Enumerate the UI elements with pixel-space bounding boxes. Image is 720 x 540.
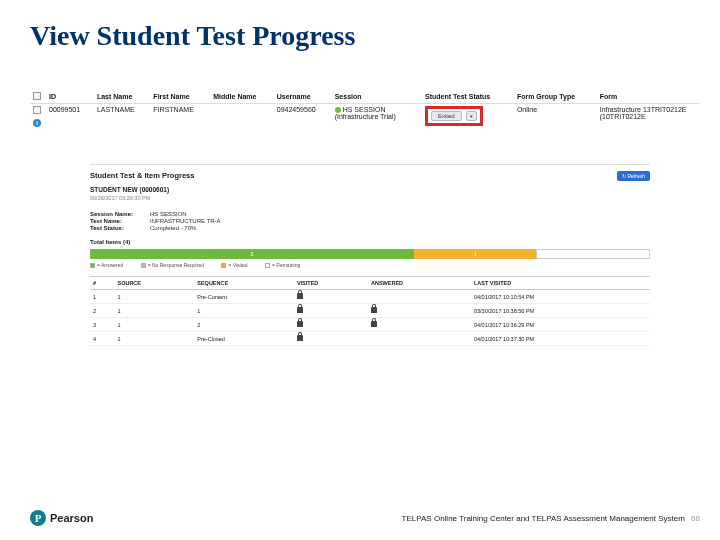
lock-icon <box>297 321 303 327</box>
pearson-logo-icon: P <box>30 510 46 526</box>
page-number: 68 <box>691 514 700 523</box>
itemcol-source: SOURCE <box>114 277 194 290</box>
refresh-button-label: Refresh <box>627 173 645 179</box>
item-n: 1 <box>90 290 114 304</box>
col-student-test-status: Student Test Status <box>422 90 514 104</box>
item-row: 21103/30/2017 10:38:56 PM <box>90 304 650 318</box>
item-answered <box>368 318 471 332</box>
col-form: Form <box>597 90 700 104</box>
item-visited <box>294 318 368 332</box>
session-name-key: Session Name: <box>90 211 150 217</box>
cell-session: HS SESSION (Infrastructure Trial) <box>332 104 422 130</box>
itemcol-num: # <box>90 277 114 290</box>
col-middle-name: Middle Name <box>210 90 273 104</box>
col-id: ID <box>46 90 94 104</box>
cell-session-text: HS SESSION (Infrastructure Trial) <box>335 106 396 120</box>
select-all-checkbox[interactable] <box>33 92 41 100</box>
item-row: 11Pre-Content04/01/2017 10:10:54 PM <box>90 290 650 304</box>
lock-icon <box>371 307 377 313</box>
status-badge[interactable]: Exited <box>431 111 462 121</box>
items-heading: Total Items (4) <box>90 239 650 245</box>
student-grid: ID Last Name First Name Middle Name User… <box>30 90 700 129</box>
col-first-name: First Name <box>150 90 210 104</box>
test-status-key: Test Status: <box>90 225 150 231</box>
cell-id: 00099501 <box>46 104 94 130</box>
legend-visited: = Visited <box>228 262 247 268</box>
item-sequence: 2 <box>194 318 294 332</box>
item-visited <box>294 290 368 304</box>
cell-middle-name <box>210 104 273 130</box>
col-session: Session <box>332 90 422 104</box>
content-area: ID Last Name First Name Middle Name User… <box>30 90 700 346</box>
cell-last-name: LASTNAME <box>94 104 150 130</box>
legend-remaining-icon <box>265 263 270 268</box>
session-name-value: HS SESSION <box>150 211 187 217</box>
itemcol-last-visited: LAST VISITED <box>471 277 650 290</box>
status-highlight-box: Exited ▾ <box>425 106 483 126</box>
item-n: 3 <box>90 318 114 332</box>
item-visited <box>294 304 368 318</box>
progress-bar: 3 1 <box>90 249 650 259</box>
itemcol-answered: ANSWERED <box>368 277 471 290</box>
cell-status: Exited ▾ <box>422 104 514 130</box>
legend-visited-icon <box>221 263 226 268</box>
item-answered <box>368 332 471 346</box>
itemcol-visited: VISITED <box>294 277 368 290</box>
pearson-logo: P Pearson <box>30 510 93 526</box>
progress-answered-segment: 3 <box>90 249 414 259</box>
legend-no-response: = No Response Required <box>148 262 204 268</box>
detail-fields: Session Name: HS SESSION Test Name: INFR… <box>90 211 650 231</box>
info-icon[interactable]: i <box>33 119 41 127</box>
detail-panel-title: Student Test & Item Progress <box>90 171 194 180</box>
detail-timestamp: 06/26/2017 03:29:30 PM <box>90 195 194 201</box>
legend-no-response-icon <box>141 263 146 268</box>
item-n: 2 <box>90 304 114 318</box>
test-name-value: INFRASTRUCTURE TR-A <box>150 218 221 224</box>
item-sequence: 1 <box>194 304 294 318</box>
item-last-visited: 04/01/2017 10:37:30 PM <box>471 332 650 346</box>
item-answered <box>368 290 471 304</box>
page-title: View Student Test Progress <box>0 0 720 52</box>
item-answered <box>368 304 471 318</box>
detail-panel: Student Test & Item Progress STUDENT NEW… <box>90 164 650 346</box>
grid-header-row: ID Last Name First Name Middle Name User… <box>30 90 700 104</box>
progress-legend: = Answered = No Response Required = Visi… <box>90 262 650 268</box>
row-checkbox[interactable] <box>33 106 41 114</box>
status-dropdown-toggle[interactable]: ▾ <box>466 111 477 121</box>
item-last-visited: 04/01/2017 10:36:29 PM <box>471 318 650 332</box>
item-source: 1 <box>114 332 194 346</box>
item-last-visited: 03/30/2017 10:38:56 PM <box>471 304 650 318</box>
legend-remaining: = Remaining <box>272 262 300 268</box>
lock-icon <box>297 335 303 341</box>
legend-answered-icon <box>90 263 95 268</box>
pearson-logo-text: Pearson <box>50 512 93 524</box>
item-visited <box>294 332 368 346</box>
cell-form: Infrastructure 13TRIT0212E (10TRIT0212E <box>597 104 700 130</box>
lock-icon <box>297 293 303 299</box>
progress-visited-segment: 1 <box>414 249 537 259</box>
detail-student-label: STUDENT NEW (0000601) <box>90 186 194 193</box>
item-sequence: Pre-Content <box>194 290 294 304</box>
footer-caption-text: TELPAS Online Training Center and TELPAS… <box>402 514 685 523</box>
itemcol-sequence: SEQUENCE <box>194 277 294 290</box>
item-last-visited: 04/01/2017 10:10:54 PM <box>471 290 650 304</box>
test-name-key: Test Name: <box>90 218 150 224</box>
lock-icon <box>371 321 377 327</box>
progress-remaining-segment <box>536 249 650 259</box>
item-sequence: Pre-Closed <box>194 332 294 346</box>
item-n: 4 <box>90 332 114 346</box>
item-source: 1 <box>114 318 194 332</box>
item-row: 41Pre-Closed04/01/2017 10:37:30 PM <box>90 332 650 346</box>
grid-row[interactable]: i 00099501 LASTNAME FIRSTNAME 0942459560… <box>30 104 700 130</box>
test-status-value: Completed - 70% <box>150 225 196 231</box>
item-source: 1 <box>114 304 194 318</box>
cell-first-name: FIRSTNAME <box>150 104 210 130</box>
refresh-button[interactable]: ↻ Refresh <box>617 171 650 181</box>
footer-caption: TELPAS Online Training Center and TELPAS… <box>402 514 700 523</box>
col-form-group-type: Form Group Type <box>514 90 597 104</box>
item-table: # SOURCE SEQUENCE VISITED ANSWERED LAST … <box>90 276 650 346</box>
legend-answered: = Answered <box>97 262 123 268</box>
cell-form-group-type: Online <box>514 104 597 130</box>
cell-username: 0942459560 <box>274 104 332 130</box>
item-source: 1 <box>114 290 194 304</box>
